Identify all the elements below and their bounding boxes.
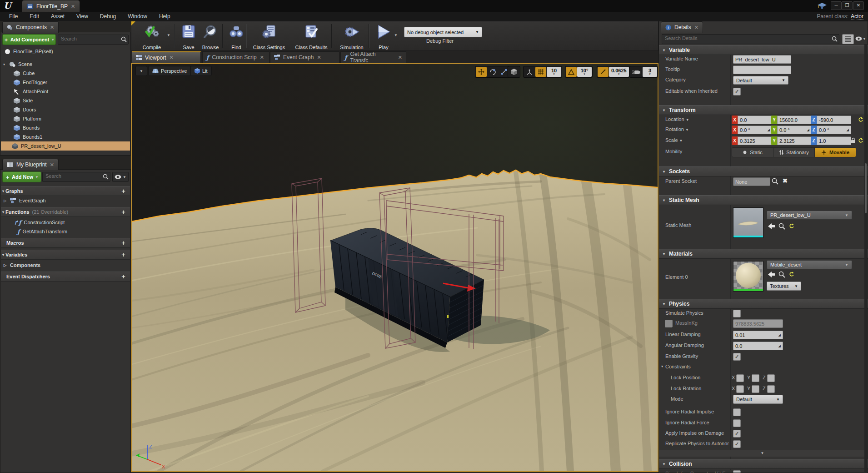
expander-icon[interactable]: ▾	[1, 189, 5, 193]
grid-snap-value-button[interactable]: 10 ▼	[547, 67, 561, 77]
linear-damping-field[interactable]: 0.01◢	[733, 331, 783, 339]
graphs-header[interactable]: ▾ Graphs ＋	[1, 186, 130, 196]
collision-partial-checkbox[interactable]	[733, 470, 741, 473]
reset-location-icon[interactable]	[858, 117, 863, 122]
get-attach-transform-row[interactable]: ƒ GetAttachTransform	[1, 227, 130, 236]
menu-view[interactable]: View	[71, 13, 94, 20]
tree-row-bounds1[interactable]: Bounds1	[1, 132, 130, 141]
variable-section-header[interactable]: ▾ Variable	[659, 45, 868, 55]
move-tool-button[interactable]	[476, 67, 487, 77]
functions-header[interactable]: ▾ Functions (21 Overridable) ＋	[1, 207, 130, 217]
play-button[interactable]: Play	[372, 23, 395, 51]
rotation-z-field[interactable]: 0.0 °◢	[817, 126, 851, 134]
show-advanced-expander[interactable]: ▼	[659, 450, 866, 457]
lock-position-x-checkbox[interactable]	[736, 374, 744, 382]
expander-icon[interactable]: ▾	[662, 198, 666, 202]
display-filter-button[interactable]: ▼	[855, 34, 866, 43]
tree-row-attachpoint[interactable]: AttachPoint	[1, 87, 130, 96]
drag-handle-icon[interactable]: ◢	[778, 333, 781, 337]
angular-damping-field[interactable]: 0.0◢	[733, 342, 783, 350]
lit-mode-button[interactable]: Lit	[190, 66, 212, 76]
asset-window-tab[interactable]: FloorTile_BP ✕	[22, 0, 80, 12]
tree-row-endtrigger[interactable]: EndTrigger	[1, 78, 130, 87]
expander-icon[interactable]: ▷	[3, 263, 7, 267]
grid-snap-toggle-button[interactable]	[535, 67, 546, 77]
constraints-subheader[interactable]: ▾ Constraints	[659, 362, 865, 372]
asset-tab-close-icon[interactable]: ✕	[71, 4, 75, 10]
rotation-y-field[interactable]: 0.0 °◢	[777, 126, 812, 134]
expander-icon[interactable]: ▾	[660, 364, 664, 368]
location-y-field[interactable]: 15600.0	[777, 116, 812, 124]
tree-row-bounds[interactable]: Bounds	[1, 123, 130, 132]
details-scrollbar-thumb[interactable]	[865, 163, 867, 213]
socket-search-icon[interactable]	[772, 178, 778, 185]
category-dropdown[interactable]: Default ▼	[733, 76, 788, 85]
camera-speed-value[interactable]: 3 ▼	[643, 67, 657, 77]
use-selected-icon[interactable]	[768, 272, 775, 277]
lock-rotation-x-checkbox[interactable]	[736, 385, 744, 393]
tab-close-icon[interactable]: ✕	[169, 55, 173, 60]
static-mesh-thumbnail[interactable]	[733, 207, 763, 238]
menu-edit[interactable]: Edit	[24, 13, 45, 20]
visibility-filter-button[interactable]: ▼	[112, 172, 129, 182]
use-selected-icon[interactable]	[768, 223, 775, 229]
enable-gravity-checkbox[interactable]: ✓	[733, 353, 741, 361]
textures-dropdown-button[interactable]: Textures ▼	[767, 282, 801, 291]
tab-close-icon[interactable]: ✕	[398, 55, 402, 60]
details-scrollbar[interactable]	[864, 44, 867, 472]
menu-debug[interactable]: Debug	[95, 13, 121, 20]
lock-position-y-checkbox[interactable]	[752, 374, 759, 382]
browse-button[interactable]: Browse	[198, 23, 223, 51]
minimize-button[interactable]: ─	[831, 1, 842, 10]
perspective-button[interactable]: Perspective	[148, 66, 191, 76]
close-button[interactable]: ✕	[853, 1, 864, 10]
world-local-toggle-button[interactable]	[509, 67, 519, 77]
static-mesh-section-header[interactable]: ▾ Static Mesh	[659, 195, 868, 205]
angle-snap-value-button[interactable]: 10° ▼	[577, 67, 592, 77]
drag-handle-icon[interactable]: ◢	[768, 128, 770, 132]
expander-icon[interactable]: ▾	[2, 62, 6, 66]
details-search-input[interactable]	[662, 35, 839, 42]
expander-icon[interactable]: ▾	[662, 462, 666, 466]
apply-impulse-checkbox[interactable]: ✓	[733, 430, 741, 438]
scale-snap-value-button[interactable]: 0.0625 ▼	[609, 67, 629, 77]
scale-y-field[interactable]: 2.3125	[777, 136, 812, 145]
expander-icon[interactable]: ▾	[662, 170, 666, 174]
expander-icon[interactable]: ▾	[1, 210, 5, 214]
add-dispatcher-button[interactable]: ＋	[120, 272, 126, 281]
tab-get-attach-transform[interactable]: ƒ Get Attach Transfc ✕	[340, 51, 406, 63]
class-settings-button[interactable]: Class Settings	[249, 23, 289, 51]
event-graph-row[interactable]: ▷ EventGraph	[1, 196, 130, 205]
surface-snap-button[interactable]	[524, 67, 535, 77]
reset-mesh-icon[interactable]	[789, 223, 794, 229]
add-variable-button[interactable]: ＋	[120, 251, 126, 259]
rotate-tool-button[interactable]	[487, 67, 498, 77]
scale-label[interactable]: Scale ▼	[665, 137, 683, 143]
add-macro-button[interactable]: ＋	[120, 239, 126, 247]
save-button[interactable]: Save	[177, 23, 200, 51]
components-search[interactable]	[58, 35, 129, 45]
materials-section-header[interactable]: ▾ Materials	[659, 249, 868, 259]
editable-when-inherited-checkbox[interactable]: ✓	[733, 88, 741, 96]
add-function-button[interactable]: ＋	[120, 208, 126, 216]
tutorial-cap-icon[interactable]	[817, 2, 827, 10]
parent-class-link[interactable]: Actor	[851, 13, 863, 20]
simulate-physics-checkbox[interactable]	[733, 310, 741, 317]
components-category-row[interactable]: ▷ Components	[1, 261, 130, 270]
menu-help[interactable]: Help	[154, 13, 176, 20]
socket-clear-icon[interactable]: ✖	[783, 177, 788, 184]
find-button[interactable]: Find	[226, 23, 247, 51]
tree-row-scene[interactable]: ▾ Scene	[1, 60, 130, 69]
expander-icon[interactable]: ▾	[662, 108, 666, 112]
add-new-button[interactable]: ＋Add New▼	[2, 171, 41, 182]
variable-name-field[interactable]: PR_desert_low_U	[733, 55, 791, 64]
lock-rotation-z-checkbox[interactable]	[767, 385, 775, 393]
sockets-section-header[interactable]: ▾ Sockets	[659, 166, 868, 176]
mobility-movable-option[interactable]: Movable	[814, 147, 856, 157]
self-component-row[interactable]: FloorTile_BP(self)	[1, 47, 130, 56]
add-graph-button[interactable]: ＋	[120, 187, 126, 195]
drag-handle-icon[interactable]: ◢	[778, 344, 781, 348]
expander-icon[interactable]: ▾	[662, 302, 666, 306]
property-matrix-button[interactable]	[842, 34, 854, 44]
tab-event-graph[interactable]: Event Graph ✕	[270, 51, 339, 63]
